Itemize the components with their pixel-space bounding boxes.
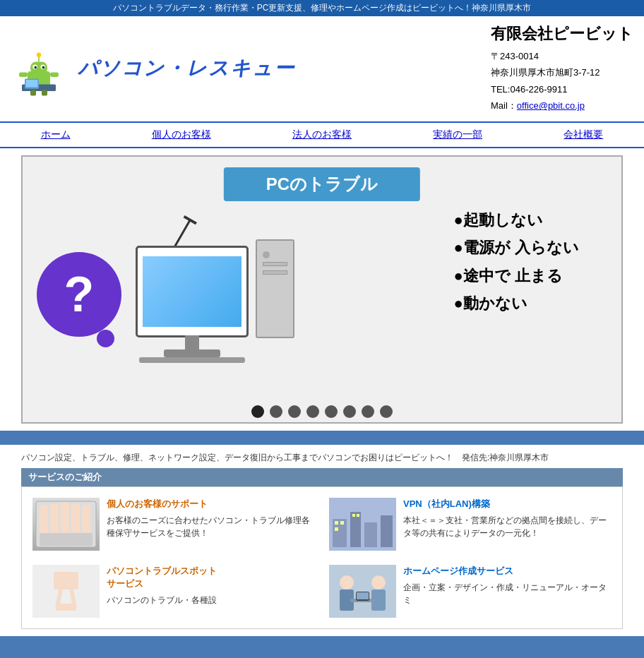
svg-rect-40 — [329, 565, 396, 618]
service-vpn-info: VPN（社内LAN)構築 本社＜＝＞支社・営業所などの拠点間を接続し、データ等の… — [403, 498, 612, 539]
trouble-item-1: ●起動しない — [454, 206, 579, 234]
computer-illustration — [136, 239, 294, 363]
nav-home[interactable]: ホーム — [41, 128, 71, 141]
svg-rect-36 — [54, 572, 78, 590]
nav-corporate[interactable]: 法人のお客様 — [292, 128, 352, 141]
slide-illustration: ? — [37, 211, 294, 363]
svg-line-16 — [184, 216, 196, 223]
svg-rect-29 — [381, 515, 393, 547]
svg-rect-34 — [357, 514, 359, 517]
slide-dot-4[interactable] — [306, 405, 319, 418]
trouble-item-2: ●電源が 入らない — [454, 234, 579, 262]
svg-rect-1 — [30, 62, 47, 75]
company-info-block: 有限会社ピービット 〒243-0014 神奈川県厚木市旭町3-7-12 TEL:… — [491, 23, 633, 114]
svg-rect-27 — [350, 512, 361, 547]
address-zip: 〒243-0014 — [491, 48, 633, 64]
service-trouble-thumb — [32, 565, 100, 618]
service-trouble-desc: パソコンのトラブル・各種設 — [107, 594, 217, 606]
company-tel: TEL:046-226-9911 — [491, 81, 633, 97]
tower-icon — [256, 239, 294, 338]
slide-dot-2[interactable] — [270, 405, 282, 418]
slide-dot-5[interactable] — [325, 405, 338, 418]
nav-results[interactable]: 実績の一部 — [433, 128, 482, 141]
monitor-base — [164, 349, 220, 357]
company-address: 〒243-0014 神奈川県厚木市旭町3-7-12 TEL:046-226-99… — [491, 48, 633, 114]
header: パソコン・レスキュー 有限会社ピービット 〒243-0014 神奈川県厚木市旭町… — [0, 16, 644, 121]
svg-rect-9 — [50, 73, 59, 77]
services-grid: 個人のお客様のサポート お客様のニーズに合わせたパソコン・トラブル修理各種保守サ… — [32, 498, 612, 618]
service-vpn: VPN（社内LAN)構築 本社＜＝＞支社・営業所などの拠点間を接続し、データ等の… — [329, 498, 612, 551]
top-bar-text: パソコントラブルデータ・務行作業・PC更新支援、修理やホームページ作成はピービッ… — [113, 3, 532, 13]
service-trouble-title: パソコントラブルスポットサービス — [107, 565, 217, 590]
service-personal: 個人のお客様のサポート お客様のニーズに合わせたパソコン・トラブル修理各種保守サ… — [32, 498, 315, 551]
svg-rect-24 — [40, 533, 93, 546]
service-vpn-desc: 本社＜＝＞支社・営業所などの拠点間を接続し、データ等の共有によりデータの一元化！ — [403, 514, 612, 539]
site-title: パソコン・レスキュー — [78, 55, 295, 82]
svg-rect-32 — [335, 527, 338, 531]
service-trouble: パソコントラブルスポットサービス パソコンのトラブル・各種設 — [32, 565, 315, 618]
monitor-stand — [185, 335, 199, 349]
monitor-screen — [143, 256, 242, 327]
services-container: 個人のお客様のサポート お客様のニーズに合わせたパソコン・トラブル修理各種保守サ… — [21, 486, 623, 629]
gap-divider — [0, 431, 644, 445]
service-personal-desc: お客様のニーズに合わせたパソコン・トラブル修理各種保守サービスをご提供！ — [107, 514, 315, 539]
svg-rect-39 — [56, 604, 76, 611]
middle-description: パソコン設定、トラブル、修理、ネットワーク設定、データ復旧から工事までパソコンで… — [21, 452, 623, 464]
svg-rect-33 — [352, 514, 355, 517]
logo-area: パソコン・レスキュー — [11, 40, 491, 97]
svg-rect-30 — [335, 521, 338, 525]
svg-rect-28 — [364, 522, 377, 547]
svg-rect-14 — [42, 90, 47, 96]
trouble-item-4: ●動かない — [454, 289, 579, 318]
svg-rect-12 — [26, 80, 38, 87]
service-personal-thumb — [32, 498, 100, 551]
monitor-icon — [136, 246, 249, 337]
svg-point-7 — [37, 53, 41, 57]
nav-company[interactable]: 会社概要 — [564, 128, 603, 141]
service-homepage: ホームページ作成サービス 企画・立案・デザイン・作成・リニューアル・オータミ — [329, 565, 612, 618]
navigation: ホーム 個人のお客様 法人のお客様 実績の一部 会社概要 — [0, 121, 644, 148]
svg-point-5 — [42, 66, 44, 68]
svg-rect-47 — [357, 592, 369, 599]
svg-point-43 — [371, 575, 386, 590]
logo-icon — [11, 40, 67, 97]
service-homepage-desc: 企画・立案・デザイン・作成・リニューアル・オータミ — [403, 581, 612, 606]
slide-dot-1[interactable] — [251, 405, 264, 418]
service-section-header: サービスのご紹介 — [21, 468, 623, 486]
trouble-item-3: ●途中で 止まる — [454, 262, 579, 290]
slideshow: PCのトラブル ? — [21, 155, 623, 424]
address-detail: 神奈川県厚木市旭町3-7-12 — [491, 64, 633, 80]
svg-point-41 — [340, 575, 354, 590]
service-vpn-title: VPN（社内LAN)構築 — [403, 498, 612, 510]
slide-title: PCのトラブル — [224, 167, 420, 201]
trouble-list: ●起動しない ●電源が 入らない ●途中で 止まる ●動かない — [454, 206, 579, 318]
svg-point-4 — [35, 66, 37, 68]
slide-dot-8[interactable] — [380, 405, 393, 418]
mail-link[interactable]: office@pbit.co.jp — [517, 100, 585, 111]
service-personal-title: 個人のお客様のサポート — [107, 498, 315, 510]
service-homepage-title: ホームページ作成サービス — [403, 565, 612, 578]
service-trouble-info: パソコントラブルスポットサービス パソコンのトラブル・各種設 — [107, 565, 217, 606]
slide-content: PCのトラブル ? — [23, 157, 621, 397]
nav-personal[interactable]: 個人のお客様 — [152, 128, 211, 141]
question-bubble: ? — [37, 252, 121, 337]
slide-dot-6[interactable] — [343, 405, 356, 418]
service-vpn-thumb — [329, 498, 396, 551]
svg-rect-8 — [19, 73, 28, 77]
slide-dots — [23, 397, 621, 424]
top-bar: パソコントラブルデータ・務行作業・PC更新支援、修理やホームページ作成はピービッ… — [0, 0, 644, 16]
svg-rect-13 — [30, 90, 36, 96]
tower-power-button — [263, 251, 270, 258]
middle-section: パソコン設定、トラブル、修理、ネットワーク設定、データ復旧から工事までパソコンで… — [0, 445, 644, 636]
service-homepage-info: ホームページ作成サービス 企画・立案・デザイン・作成・リニューアル・オータミ — [403, 565, 612, 606]
svg-rect-31 — [340, 521, 344, 525]
service-personal-info: 個人のお客様のサポート お客様のニーズに合わせたパソコン・トラブル修理各種保守サ… — [107, 498, 315, 539]
service-homepage-thumb — [329, 565, 396, 618]
company-mail: Mail：office@pbit.co.jp — [491, 97, 633, 114]
company-name: 有限会社ピービット — [491, 23, 633, 44]
slide-dot-7[interactable] — [362, 405, 374, 418]
slide-dot-3[interactable] — [288, 405, 301, 418]
